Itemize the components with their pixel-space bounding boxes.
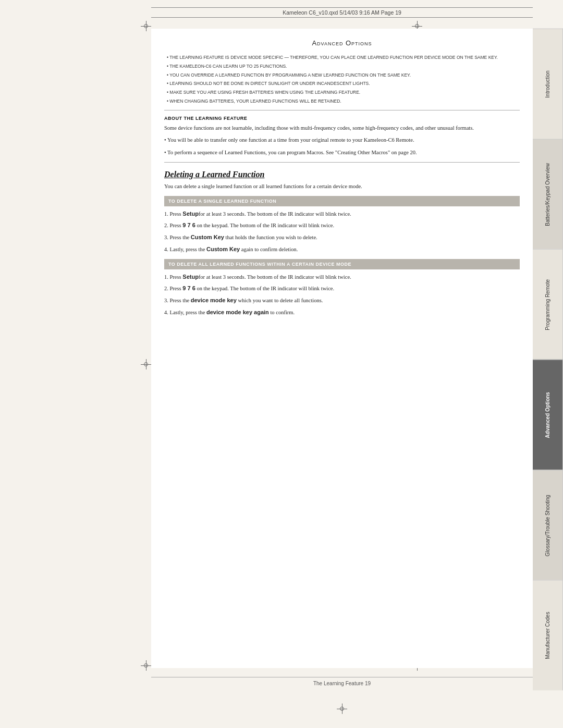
tab-manufacturer-codes[interactable]: Manufacturer Codes <box>533 580 563 690</box>
about-text-3: • To perform a sequence of Learned Funct… <box>164 149 520 157</box>
section-intro: You can delete a single learned function… <box>164 182 520 191</box>
page-container: Kameleon C6_v10.qxd 5/14/03 9:16 AM Page… <box>0 0 563 728</box>
reg-mark-mid-left <box>141 359 151 369</box>
tab-glossary[interactable]: Glossary/Trouble Shooting <box>533 470 563 581</box>
note-3: • You can override a Learned Function by… <box>167 72 517 79</box>
step1-3: 3. Press the Custom Key that holds the f… <box>164 233 520 242</box>
about-text-2: • You will be able to transfer only one … <box>164 136 520 144</box>
about-text-1: Some device functions are not learnable,… <box>164 124 520 132</box>
reg-mark-top-left <box>141 21 151 31</box>
step1-4: 4. Lastly, press the Custom Key again to… <box>164 245 520 254</box>
header-text: Kameleon C6_v10.qxd 5/14/03 9:16 AM Page… <box>283 9 401 16</box>
note-4: • Learning should not be done in direct … <box>167 80 517 87</box>
tab-batteries[interactable]: Batteries/Keypad Overview <box>533 139 563 250</box>
about-heading: About the Learning Feature <box>164 116 520 121</box>
section-main-heading: Deleting a Learned Function <box>164 170 520 179</box>
reg-mark-bot-left <box>141 660 151 671</box>
notes-section: • The Learning Feature is device mode sp… <box>164 54 520 105</box>
step2-4: 4. Lastly, press the device mode key aga… <box>164 308 520 317</box>
note-2: • The Kameleon-C6 can learn up to 25 fun… <box>167 63 517 70</box>
step2-3: 3. Press the device mode key which you w… <box>164 296 520 305</box>
bottom-area <box>151 689 533 728</box>
tab-introduction[interactable]: Introduction <box>533 29 563 139</box>
main-content: Advanced Options • The Learning Feature … <box>151 29 533 668</box>
tab-advanced-options[interactable]: Advanced Options <box>533 360 563 470</box>
note-6: • When changing batteries, your Learned … <box>167 98 517 105</box>
divider-2 <box>164 162 520 163</box>
note-5: • Make sure you are using fresh batterie… <box>167 89 517 96</box>
box2-heading: To Delete All Learned Functions Within a… <box>164 259 520 269</box>
step2-2: 2. Press 9 7 6 on the keypad. The bottom… <box>164 284 520 293</box>
right-sidebar: Introduction Batteries/Keypad Overview P… <box>533 29 563 690</box>
page-footer: The Learning Feature 19 <box>151 677 533 686</box>
header-bar: Kameleon C6_v10.qxd 5/14/03 9:16 AM Page… <box>151 7 533 18</box>
step1-2: 2. Press 9 7 6 on the keypad. The bottom… <box>164 221 520 230</box>
step2-1: 1. Press Setupfor at least 3 seconds. Th… <box>164 273 520 281</box>
note-1: • The Learning Feature is device mode sp… <box>167 54 517 61</box>
tab-programming[interactable]: Programming Remote <box>533 249 563 360</box>
step1-1: 1. Press Setupfor at least 3 seconds. Th… <box>164 209 520 218</box>
bottom-crosshair <box>337 704 347 714</box>
box1-heading: To Delete a Single Learned Function <box>164 196 520 206</box>
left-margin <box>0 29 151 690</box>
page-title: Advanced Options <box>164 39 520 47</box>
divider-1 <box>164 110 520 110</box>
